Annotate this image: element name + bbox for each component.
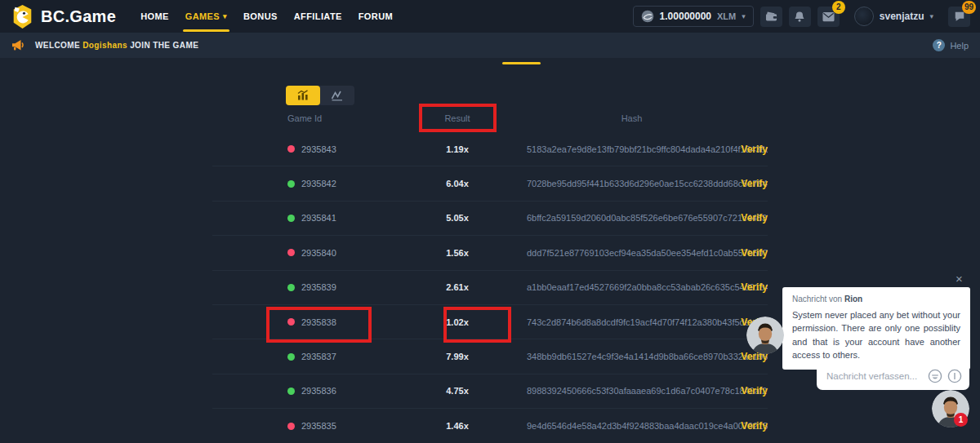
wallet-icon (765, 11, 777, 22)
welcome-banner: WELCOME Dogishans JOIN THE GAME ? Help (0, 33, 980, 58)
hash-value: 743c2d874b6d8a8dcdf9fc19acf4d70f74f12a38… (527, 317, 768, 327)
result-value: 1.19x (446, 144, 469, 154)
results-table: Game Id Result Hash 2935843 1.19x 5183a2… (212, 104, 768, 443)
welcome-player-name: Dogishans (82, 41, 127, 50)
hash-value: 7028be95dd95f441b633d6d296e0ae15cc6238dd… (527, 179, 768, 188)
chat-from-label: Nachricht von (792, 295, 842, 303)
game-id: 2935838 (301, 317, 336, 327)
result-cell: 4.75x (400, 386, 514, 396)
chat-message-input[interactable] (826, 371, 923, 381)
balance-currency: XLM (717, 11, 736, 21)
tab-indicator-line (502, 62, 541, 64)
chart-view-tabs (286, 86, 354, 105)
game-id-cell: 2935839 (212, 282, 400, 292)
verify-link[interactable]: Verify (741, 178, 768, 189)
chat-unread-badge: 1 (954, 413, 968, 427)
result-cell: 1.02x (400, 317, 514, 327)
game-id: 2935835 (301, 421, 336, 431)
tab-line-chart[interactable] (320, 86, 354, 105)
table-row: 2935838 1.02x 743c2d874b6d8a8dcdf9fc19ac… (212, 305, 768, 339)
wallet-button[interactable] (760, 7, 782, 27)
result-value: 1.02x (446, 317, 469, 327)
table-row: 2935842 6.04x 7028be95dd95f441b633d6d296… (212, 166, 768, 201)
result-cell: 5.05x (400, 213, 514, 223)
verify-link[interactable]: Verify (741, 247, 768, 259)
chat-badge: 99 (962, 1, 976, 14)
results-table-body: 2935843 1.19x 5183a2ea7e9d8e13fb79bbf21b… (212, 132, 768, 443)
status-dot (287, 145, 295, 153)
result-cell: 1.56x (400, 248, 514, 258)
column-header-result: Result (400, 113, 514, 123)
brand-logo[interactable]: BC.Game (11, 4, 116, 29)
hash-cell: 7028be95dd95f441b633d6d296e0ae15cc6238dd… (514, 179, 768, 188)
help-label: Help (950, 41, 969, 51)
table-row: 2935836 4.75x 8988392450666c53f30afaaaea… (212, 374, 768, 409)
question-mark-icon: ? (933, 39, 945, 51)
verify-link[interactable]: Verify (741, 420, 768, 432)
nav-forum[interactable]: FORUM (359, 0, 393, 33)
status-dot (287, 284, 295, 291)
chat-sender-avatar (746, 317, 784, 354)
hash-cell: ddd7f521e87769103ecf94ea35da50ee354efd1c… (514, 248, 768, 258)
text-cursor-icon[interactable] (947, 369, 962, 383)
top-nav-bar: BC.Game HOME GAMES ▾ BONUS AFFILIATE FOR… (0, 0, 980, 33)
user-menu[interactable]: svenjatzu ▾ (854, 7, 933, 26)
table-row: 2935843 1.19x 5183a2ea7e9d8e13fb79bbf21b… (212, 132, 768, 166)
hash-cell: 9e4d6546d4e58a42d3b4f924883baa4daac019ce… (514, 421, 768, 431)
verify-link[interactable]: Verify (741, 144, 768, 155)
hash-cell: a1bb0eaaf17ed4527669f2a0bba8cc53abab26c6… (514, 282, 768, 292)
brand-name: BC.Game (41, 7, 116, 26)
nav-games-label: GAMES (185, 11, 220, 21)
status-dot (287, 388, 295, 395)
verify-link[interactable]: Verify (741, 212, 768, 224)
close-icon[interactable]: × (956, 272, 963, 285)
top-right-cluster: 1.00000000 XLM ▾ 2 svenj (633, 6, 970, 27)
chat-toggle-button[interactable]: 99 (948, 7, 970, 27)
welcome-message: WELCOME Dogishans JOIN THE GAME (35, 41, 198, 50)
nav-affiliate[interactable]: AFFILIATE (294, 0, 342, 33)
game-id: 2935842 (301, 179, 336, 188)
verify-link[interactable]: Verify (741, 281, 768, 293)
game-id: 2935839 (301, 282, 336, 292)
status-dot (287, 318, 295, 326)
game-id: 2935843 (301, 144, 336, 154)
balance-amount: 1.00000000 (660, 11, 711, 22)
chat-sender-name: Rion (844, 295, 862, 303)
xlm-coin-icon (641, 10, 654, 23)
emoji-icon[interactable] (928, 369, 942, 383)
hash-cell: 6bffc2a59159d2060d0abc85f526e6be676e5590… (514, 213, 768, 223)
hash-value: 5183a2ea7e9d8e13fb79bbf21bc9ffc804dada4a… (527, 144, 768, 154)
game-id: 2935840 (301, 248, 336, 258)
hash-value: 8988392450666c53f30afaaaea69c1d6a7c0407e… (527, 386, 768, 396)
bar-chart-icon (296, 90, 310, 101)
table-row: 2935837 7.99x 348bb9db61527e4c9f3e4a1414… (212, 339, 768, 374)
result-value: 1.56x (446, 248, 469, 258)
bell-icon (794, 11, 805, 23)
mail-button[interactable]: 2 (817, 7, 840, 27)
result-value: 6.04x (446, 179, 469, 188)
game-id-cell: 2935840 (212, 248, 400, 258)
help-button[interactable]: ? Help (933, 39, 969, 51)
chat-message-card: Nachricht von Rion System never placed a… (782, 287, 970, 370)
status-dot (287, 215, 295, 222)
nav-home[interactable]: HOME (140, 0, 169, 33)
chat-message-text: System never placed any bet without your… (792, 308, 960, 361)
balance-selector[interactable]: 1.00000000 XLM ▾ (633, 6, 754, 27)
result-value: 7.99x (446, 352, 469, 361)
status-dot (287, 180, 295, 188)
chevron-down-icon: ▾ (223, 12, 227, 20)
result-cell: 2.61x (400, 282, 514, 292)
chat-from-line: Nachricht von Rion (792, 295, 960, 303)
nav-bonus[interactable]: BONUS (243, 0, 278, 33)
tab-bar-chart[interactable] (286, 86, 320, 105)
hash-cell: 348bb9db61527e4c9f3e4a1414d9b8ba66ce8970… (514, 352, 768, 361)
verify-link[interactable]: Verify (741, 385, 768, 396)
speech-bubble-icon (954, 11, 965, 22)
nav-games[interactable]: GAMES ▾ (185, 0, 227, 33)
mail-badge: 2 (832, 1, 845, 14)
result-cell: 6.04x (400, 179, 514, 188)
hash-cell: 8988392450666c53f30afaaaea69c1d6a7c0407e… (514, 386, 768, 396)
game-id-cell: 2935841 (212, 213, 400, 223)
game-id-cell: 2935837 (212, 352, 400, 361)
notifications-button[interactable] (789, 7, 811, 27)
